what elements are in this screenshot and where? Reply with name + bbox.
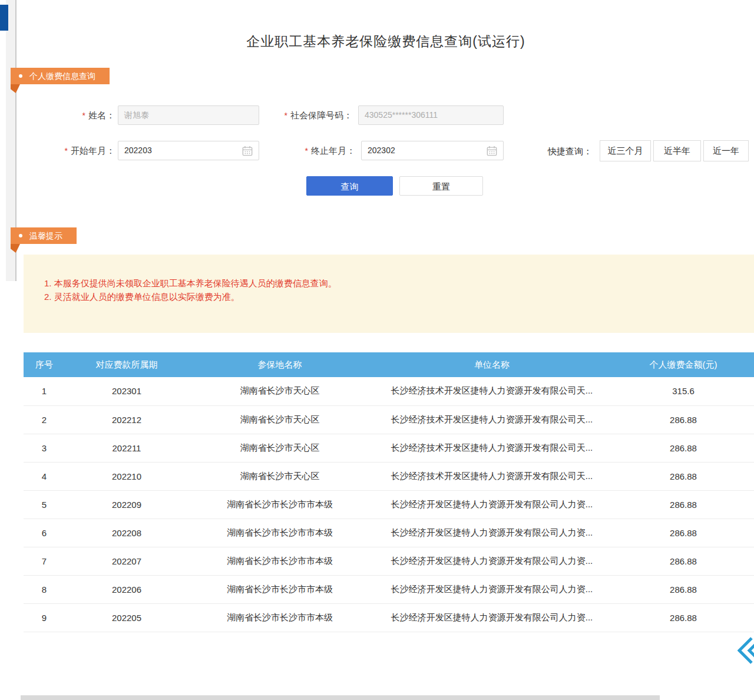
cell-amount: 286.88 — [613, 603, 754, 632]
cell-region: 湖南省长沙市长沙市市本级 — [188, 547, 371, 575]
query-button[interactable]: 查询 — [306, 176, 393, 196]
collapse-chevron-icon[interactable] — [738, 636, 754, 665]
bottom-bar — [21, 695, 660, 700]
cell-index: 1 — [24, 377, 65, 405]
cell-company: 长沙经济技术开发区捷特人力资源开发有限公司天... — [371, 462, 613, 490]
calendar-icon[interactable] — [242, 146, 253, 156]
cell-amount: 286.88 — [613, 462, 754, 490]
table-row: 2 202212 湖南省长沙市天心区 长沙经济技术开发区捷特人力资源开发有限公司… — [24, 405, 754, 434]
cell-index: 5 — [24, 490, 65, 519]
cell-region: 湖南省长沙市长沙市市本级 — [188, 575, 371, 603]
required-mark: * — [82, 111, 85, 120]
end-month-label: *终止年月： — [276, 141, 355, 160]
page-title: 企业职工基本养老保险缴费信息查询(试运行) — [18, 32, 754, 51]
cell-index: 7 — [24, 547, 65, 575]
cell-region: 湖南省长沙市长沙市市本级 — [188, 490, 371, 519]
ssn-label: *社会保障号码： — [267, 105, 352, 125]
name-field[interactable]: 谢旭泰 — [118, 105, 259, 125]
cell-period: 202208 — [65, 519, 188, 547]
cell-company: 长沙经济开发区捷特人力资源开发有限公司人力资... — [371, 603, 613, 632]
bullet-dot-icon — [19, 234, 22, 237]
cell-company: 长沙经济开发区捷特人力资源开发有限公司人力资... — [371, 490, 613, 519]
col-header-region: 参保地名称 — [188, 352, 371, 377]
reset-button[interactable]: 重置 — [399, 176, 483, 196]
cell-index: 6 — [24, 519, 65, 547]
tips-badge-label: 温馨提示 — [29, 231, 62, 240]
col-header-company: 单位名称 — [371, 352, 613, 377]
start-month-value: 202203 — [124, 141, 152, 160]
cell-period: 202209 — [65, 490, 188, 519]
required-mark: * — [305, 146, 308, 156]
cell-amount: 286.88 — [613, 519, 754, 547]
cell-company: 长沙经济技术开发区捷特人力资源开发有限公司天... — [371, 405, 613, 434]
cell-amount: 286.88 — [613, 490, 754, 519]
cell-amount: 315.6 — [613, 377, 754, 405]
cell-period: 202207 — [65, 547, 188, 575]
end-month-value: 202302 — [368, 141, 395, 160]
table-row: 6 202208 湖南省长沙市长沙市市本级 长沙经济开发区捷特人力资源开发有限公… — [24, 519, 754, 547]
cell-amount: 286.88 — [613, 547, 754, 575]
cell-index: 9 — [24, 603, 65, 632]
tip-line: 2. 灵活就业人员的缴费单位信息以实际缴费为准。 — [44, 290, 742, 303]
cell-company: 长沙经济开发区捷特人力资源开发有限公司人力资... — [371, 547, 613, 575]
cell-index: 3 — [24, 434, 65, 462]
section-badge-personal-query: 个人缴费信息查询 — [11, 68, 110, 84]
required-mark: * — [285, 111, 287, 120]
col-header-index: 序号 — [24, 352, 65, 377]
start-month-label: *开始年月： — [50, 141, 115, 160]
cell-region: 湖南省长沙市长沙市市本级 — [188, 603, 371, 632]
table-row: 5 202209 湖南省长沙市长沙市市本级 长沙经济开发区捷特人力资源开发有限公… — [24, 490, 754, 519]
pension-query-page: 企业职工基本养老保险缴费信息查询(试运行) 个人缴费信息查询 *姓名： 谢旭泰 … — [0, 0, 754, 700]
table-row: 9 202205 湖南省长沙市长沙市市本级 长沙经济开发区捷特人力资源开发有限公… — [24, 603, 754, 632]
tips-box: 1. 本服务仅提供尚未领取企业职工基本养老保险待遇人员的缴费信息查询。 2. 灵… — [24, 255, 754, 333]
cell-company: 长沙经济开发区捷特人力资源开发有限公司人力资... — [371, 519, 613, 547]
table-body: 1 202301 湖南省长沙市天心区 长沙经济技术开发区捷特人力资源开发有限公司… — [24, 377, 754, 632]
cell-company: 长沙经济技术开发区捷特人力资源开发有限公司天... — [371, 377, 613, 405]
tip-line: 1. 本服务仅提供尚未领取企业职工基本养老保险待遇人员的缴费信息查询。 — [44, 276, 742, 290]
ssn-field[interactable]: 430525******306111 — [358, 105, 504, 125]
quick-query-label: 快捷查询： — [548, 141, 592, 161]
col-header-amount: 个人缴费金额(元) — [613, 352, 754, 377]
table-row: 1 202301 湖南省长沙市天心区 长沙经济技术开发区捷特人力资源开发有限公司… — [24, 377, 754, 405]
cell-period: 202211 — [65, 434, 188, 462]
quick-btn-last-3-months[interactable]: 近三个月 — [600, 140, 651, 161]
start-month-field[interactable]: 202203 — [118, 141, 259, 160]
cell-region: 湖南省长沙市天心区 — [188, 462, 371, 490]
calendar-icon[interactable] — [487, 146, 497, 156]
cell-region: 湖南省长沙市天心区 — [188, 377, 371, 405]
section-badge-tips: 温馨提示 — [11, 227, 77, 244]
table-row: 4 202210 湖南省长沙市天心区 长沙经济技术开发区捷特人力资源开发有限公司… — [24, 462, 754, 490]
table-row: 7 202207 湖南省长沙市长沙市市本级 长沙经济开发区捷特人力资源开发有限公… — [24, 547, 754, 575]
quick-btn-last-year[interactable]: 近一年 — [703, 140, 749, 161]
cell-region: 湖南省长沙市天心区 — [188, 405, 371, 434]
cell-region: 湖南省长沙市长沙市市本级 — [188, 519, 371, 547]
bullet-dot-icon — [19, 74, 22, 78]
payment-table: 序号 对应费款所属期 参保地名称 单位名称 个人缴费金额(元) 1 202301… — [24, 352, 754, 632]
sidebar-tab[interactable] — [0, 5, 8, 31]
cell-index: 4 — [24, 462, 65, 490]
cell-period: 202206 — [65, 575, 188, 603]
end-month-field[interactable]: 202302 — [361, 141, 504, 160]
cell-amount: 286.88 — [613, 575, 754, 603]
quick-btn-last-half-year[interactable]: 近半年 — [653, 140, 701, 161]
cell-index: 8 — [24, 575, 65, 603]
cell-company: 长沙经济开发区捷特人力资源开发有限公司人力资... — [371, 575, 613, 603]
cell-company: 长沙经济技术开发区捷特人力资源开发有限公司天... — [371, 434, 613, 462]
required-mark: * — [65, 146, 68, 156]
table-header-row: 序号 对应费款所属期 参保地名称 单位名称 个人缴费金额(元) — [24, 352, 754, 377]
name-label: *姓名： — [50, 105, 115, 125]
cell-period: 202212 — [65, 405, 188, 434]
cell-period: 202210 — [65, 462, 188, 490]
table-row: 3 202211 湖南省长沙市天心区 长沙经济技术开发区捷特人力资源开发有限公司… — [24, 434, 754, 462]
cell-amount: 286.88 — [613, 405, 754, 434]
cell-index: 2 — [24, 405, 65, 434]
cell-region: 湖南省长沙市天心区 — [188, 434, 371, 462]
cell-period: 202205 — [65, 603, 188, 632]
section-badge-label: 个人缴费信息查询 — [29, 71, 95, 81]
col-header-period: 对应费款所属期 — [65, 352, 188, 377]
cell-period: 202301 — [65, 377, 188, 405]
table-row: 8 202206 湖南省长沙市长沙市市本级 长沙经济开发区捷特人力资源开发有限公… — [24, 575, 754, 603]
cell-amount: 286.88 — [613, 434, 754, 462]
